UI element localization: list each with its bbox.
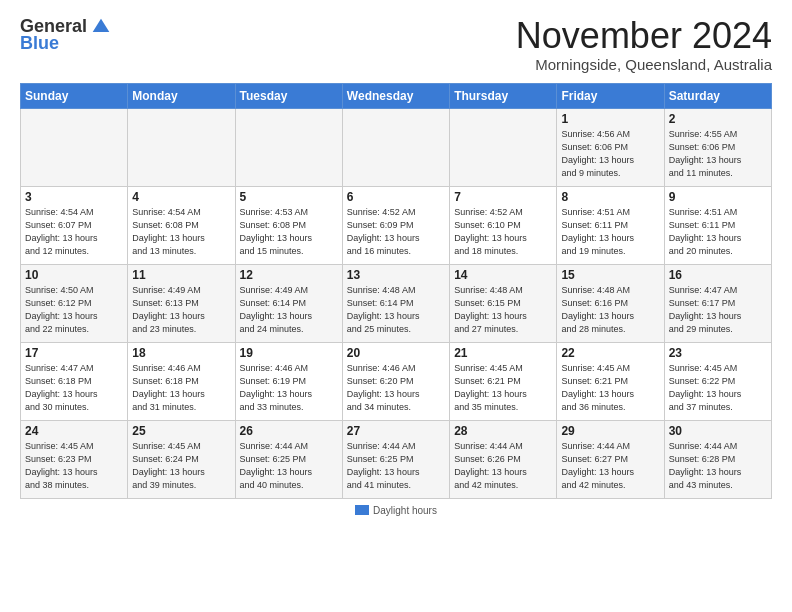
- day-cell: 26Sunrise: 4:44 AM Sunset: 6:25 PM Dayli…: [235, 420, 342, 498]
- day-info: Sunrise: 4:48 AM Sunset: 6:15 PM Dayligh…: [454, 284, 552, 336]
- header-cell-wednesday: Wednesday: [342, 83, 449, 108]
- day-number: 25: [132, 424, 230, 438]
- day-cell: 8Sunrise: 4:51 AM Sunset: 6:11 PM Daylig…: [557, 186, 664, 264]
- week-row-3: 10Sunrise: 4:50 AM Sunset: 6:12 PM Dayli…: [21, 264, 772, 342]
- day-number: 5: [240, 190, 338, 204]
- week-row-4: 17Sunrise: 4:47 AM Sunset: 6:18 PM Dayli…: [21, 342, 772, 420]
- day-cell: 30Sunrise: 4:44 AM Sunset: 6:28 PM Dayli…: [664, 420, 771, 498]
- day-info: Sunrise: 4:48 AM Sunset: 6:16 PM Dayligh…: [561, 284, 659, 336]
- day-cell: 14Sunrise: 4:48 AM Sunset: 6:15 PM Dayli…: [450, 264, 557, 342]
- day-cell: [342, 108, 449, 186]
- day-info: Sunrise: 4:52 AM Sunset: 6:09 PM Dayligh…: [347, 206, 445, 258]
- day-cell: 27Sunrise: 4:44 AM Sunset: 6:25 PM Dayli…: [342, 420, 449, 498]
- day-info: Sunrise: 4:45 AM Sunset: 6:23 PM Dayligh…: [25, 440, 123, 492]
- day-cell: 11Sunrise: 4:49 AM Sunset: 6:13 PM Dayli…: [128, 264, 235, 342]
- day-info: Sunrise: 4:56 AM Sunset: 6:06 PM Dayligh…: [561, 128, 659, 180]
- day-number: 7: [454, 190, 552, 204]
- day-info: Sunrise: 4:44 AM Sunset: 6:25 PM Dayligh…: [347, 440, 445, 492]
- day-cell: 12Sunrise: 4:49 AM Sunset: 6:14 PM Dayli…: [235, 264, 342, 342]
- day-info: Sunrise: 4:54 AM Sunset: 6:07 PM Dayligh…: [25, 206, 123, 258]
- day-cell: 22Sunrise: 4:45 AM Sunset: 6:21 PM Dayli…: [557, 342, 664, 420]
- day-number: 22: [561, 346, 659, 360]
- day-number: 29: [561, 424, 659, 438]
- day-cell: 7Sunrise: 4:52 AM Sunset: 6:10 PM Daylig…: [450, 186, 557, 264]
- day-info: Sunrise: 4:48 AM Sunset: 6:14 PM Dayligh…: [347, 284, 445, 336]
- day-info: Sunrise: 4:47 AM Sunset: 6:18 PM Dayligh…: [25, 362, 123, 414]
- day-number: 15: [561, 268, 659, 282]
- day-cell: [450, 108, 557, 186]
- day-number: 3: [25, 190, 123, 204]
- day-cell: 23Sunrise: 4:45 AM Sunset: 6:22 PM Dayli…: [664, 342, 771, 420]
- day-number: 11: [132, 268, 230, 282]
- day-info: Sunrise: 4:51 AM Sunset: 6:11 PM Dayligh…: [669, 206, 767, 258]
- day-info: Sunrise: 4:44 AM Sunset: 6:28 PM Dayligh…: [669, 440, 767, 492]
- week-row-1: 1Sunrise: 4:56 AM Sunset: 6:06 PM Daylig…: [21, 108, 772, 186]
- location-title: Morningside, Queensland, Australia: [516, 56, 772, 73]
- day-cell: 24Sunrise: 4:45 AM Sunset: 6:23 PM Dayli…: [21, 420, 128, 498]
- day-number: 12: [240, 268, 338, 282]
- day-info: Sunrise: 4:45 AM Sunset: 6:22 PM Dayligh…: [669, 362, 767, 414]
- day-number: 2: [669, 112, 767, 126]
- day-cell: 18Sunrise: 4:46 AM Sunset: 6:18 PM Dayli…: [128, 342, 235, 420]
- logo-area: General Blue: [20, 16, 111, 54]
- day-number: 16: [669, 268, 767, 282]
- day-number: 13: [347, 268, 445, 282]
- day-number: 24: [25, 424, 123, 438]
- day-info: Sunrise: 4:47 AM Sunset: 6:17 PM Dayligh…: [669, 284, 767, 336]
- day-cell: [128, 108, 235, 186]
- header-cell-friday: Friday: [557, 83, 664, 108]
- day-number: 17: [25, 346, 123, 360]
- calendar-body: 1Sunrise: 4:56 AM Sunset: 6:06 PM Daylig…: [21, 108, 772, 498]
- day-info: Sunrise: 4:46 AM Sunset: 6:18 PM Dayligh…: [132, 362, 230, 414]
- header: General Blue November 2024 Morningside, …: [20, 16, 772, 73]
- day-number: 18: [132, 346, 230, 360]
- day-cell: 1Sunrise: 4:56 AM Sunset: 6:06 PM Daylig…: [557, 108, 664, 186]
- legend-label: Daylight hours: [373, 505, 437, 516]
- day-number: 9: [669, 190, 767, 204]
- header-cell-thursday: Thursday: [450, 83, 557, 108]
- day-number: 8: [561, 190, 659, 204]
- day-cell: 4Sunrise: 4:54 AM Sunset: 6:08 PM Daylig…: [128, 186, 235, 264]
- page: General Blue November 2024 Morningside, …: [0, 0, 792, 526]
- header-cell-monday: Monday: [128, 83, 235, 108]
- day-cell: [21, 108, 128, 186]
- day-cell: 20Sunrise: 4:46 AM Sunset: 6:20 PM Dayli…: [342, 342, 449, 420]
- month-title: November 2024: [516, 16, 772, 56]
- day-cell: 19Sunrise: 4:46 AM Sunset: 6:19 PM Dayli…: [235, 342, 342, 420]
- day-number: 21: [454, 346, 552, 360]
- header-cell-sunday: Sunday: [21, 83, 128, 108]
- logo-icon: [91, 17, 111, 37]
- day-number: 14: [454, 268, 552, 282]
- footer: Daylight hours: [20, 505, 772, 516]
- title-area: November 2024 Morningside, Queensland, A…: [516, 16, 772, 73]
- day-cell: 21Sunrise: 4:45 AM Sunset: 6:21 PM Dayli…: [450, 342, 557, 420]
- day-cell: [235, 108, 342, 186]
- day-info: Sunrise: 4:44 AM Sunset: 6:27 PM Dayligh…: [561, 440, 659, 492]
- day-info: Sunrise: 4:55 AM Sunset: 6:06 PM Dayligh…: [669, 128, 767, 180]
- day-info: Sunrise: 4:52 AM Sunset: 6:10 PM Dayligh…: [454, 206, 552, 258]
- header-cell-saturday: Saturday: [664, 83, 771, 108]
- day-info: Sunrise: 4:53 AM Sunset: 6:08 PM Dayligh…: [240, 206, 338, 258]
- day-number: 30: [669, 424, 767, 438]
- day-cell: 5Sunrise: 4:53 AM Sunset: 6:08 PM Daylig…: [235, 186, 342, 264]
- header-cell-tuesday: Tuesday: [235, 83, 342, 108]
- day-cell: 25Sunrise: 4:45 AM Sunset: 6:24 PM Dayli…: [128, 420, 235, 498]
- day-cell: 16Sunrise: 4:47 AM Sunset: 6:17 PM Dayli…: [664, 264, 771, 342]
- day-number: 28: [454, 424, 552, 438]
- day-cell: 2Sunrise: 4:55 AM Sunset: 6:06 PM Daylig…: [664, 108, 771, 186]
- day-info: Sunrise: 4:46 AM Sunset: 6:20 PM Dayligh…: [347, 362, 445, 414]
- day-info: Sunrise: 4:49 AM Sunset: 6:14 PM Dayligh…: [240, 284, 338, 336]
- day-info: Sunrise: 4:45 AM Sunset: 6:24 PM Dayligh…: [132, 440, 230, 492]
- legend: Daylight hours: [355, 505, 437, 516]
- day-number: 23: [669, 346, 767, 360]
- legend-box: [355, 505, 369, 515]
- day-info: Sunrise: 4:51 AM Sunset: 6:11 PM Dayligh…: [561, 206, 659, 258]
- day-cell: 15Sunrise: 4:48 AM Sunset: 6:16 PM Dayli…: [557, 264, 664, 342]
- calendar-table: SundayMondayTuesdayWednesdayThursdayFrid…: [20, 83, 772, 499]
- day-cell: 9Sunrise: 4:51 AM Sunset: 6:11 PM Daylig…: [664, 186, 771, 264]
- day-info: Sunrise: 4:45 AM Sunset: 6:21 PM Dayligh…: [454, 362, 552, 414]
- day-info: Sunrise: 4:44 AM Sunset: 6:26 PM Dayligh…: [454, 440, 552, 492]
- day-number: 19: [240, 346, 338, 360]
- day-cell: 28Sunrise: 4:44 AM Sunset: 6:26 PM Dayli…: [450, 420, 557, 498]
- day-number: 27: [347, 424, 445, 438]
